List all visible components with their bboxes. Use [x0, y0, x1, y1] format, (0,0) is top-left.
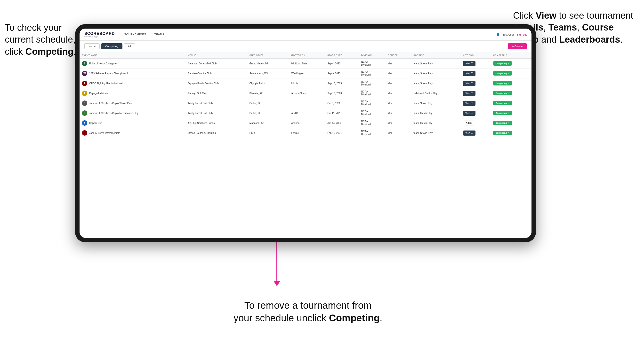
- user-name: Test User: [503, 33, 514, 36]
- edit-button[interactable]: ✎ Edit: [463, 121, 475, 125]
- competing-button[interactable]: Competing ✓: [493, 81, 512, 85]
- team-logo: W: [82, 71, 87, 76]
- filter-tabs: Home Competing All: [84, 43, 135, 49]
- event-name-cell: W 2023 Sahalee Players Championship: [80, 68, 186, 78]
- cell-venue: Papago Golf Club: [186, 88, 247, 98]
- cell-competing: Competing ✓: [491, 68, 532, 78]
- cell-scoring: team, Stroke Play: [411, 128, 460, 138]
- view-button[interactable]: View ⓘ: [463, 71, 476, 76]
- view-button[interactable]: View ⓘ: [463, 91, 476, 96]
- view-button[interactable]: View ⓘ: [463, 101, 476, 106]
- tab-competing[interactable]: Competing: [101, 43, 122, 49]
- cell-actions: View ⓘ: [461, 78, 491, 88]
- event-name-cell: S Folds of Honor Collegiate: [80, 59, 186, 68]
- cell-venue: American Dunes Golf Club: [186, 59, 247, 68]
- event-name: Jackson T. Stephens Cup – Stroke Play: [89, 102, 132, 105]
- event-name: Jackson T. Stephens Cup – Men's Match Pl…: [89, 112, 138, 115]
- event-name-cell: J Jackson T. Stephens Cup – Stroke Play: [80, 98, 186, 108]
- cell-division: NCAADivision I: [358, 118, 385, 128]
- view-button[interactable]: View ⓘ: [463, 111, 476, 116]
- view-button[interactable]: View ⓘ: [463, 131, 476, 136]
- event-name: Copper Cup: [89, 122, 102, 125]
- event-name: OFCC Fighting Illini Invitational: [89, 82, 122, 85]
- team-logo: J: [82, 101, 87, 106]
- event-name: Folds of Honor Collegiate: [89, 62, 117, 65]
- annotation-bottom: To remove a tournament from your schedul…: [199, 299, 417, 324]
- competing-button[interactable]: Competing ✓: [493, 101, 512, 105]
- sign-out-link[interactable]: Sign out: [517, 33, 527, 36]
- cell-actions: View ⓘ: [461, 68, 491, 78]
- team-logo: A: [82, 91, 87, 96]
- cell-gender: Men: [385, 118, 411, 128]
- logo-sub: Powered by clippit: [84, 36, 115, 37]
- competing-button[interactable]: Competing ✓: [493, 61, 512, 66]
- table-row: H John A. Burns Intercollegiate Ocean Co…: [80, 128, 532, 138]
- competing-button[interactable]: Competing ✓: [493, 121, 512, 125]
- team-logo: S: [82, 61, 87, 66]
- nav-right: 👤 Test User Sign out: [496, 33, 527, 36]
- competing-button[interactable]: Competing ✓: [493, 91, 512, 95]
- cell-start-date: Feb 15, 2024: [325, 128, 358, 138]
- user-icon: 👤: [496, 33, 500, 36]
- cell-venue: Sahalee Country Club: [186, 68, 247, 78]
- cell-hosted-by: Hawaii: [289, 128, 325, 138]
- cell-venue: Olympia Fields Country Club: [186, 78, 247, 88]
- col-competing: COMPETING: [491, 52, 532, 59]
- col-gender: GENDER: [385, 52, 411, 59]
- col-venue: VENUE: [186, 52, 247, 59]
- table-row: I OFCC Fighting Illini Invitational Olym…: [80, 78, 532, 88]
- cell-gender: Men: [385, 98, 411, 108]
- cell-venue: Trinity Forest Golf Club: [186, 98, 247, 108]
- tournaments-table: EVENT NAME VENUE CITY, STATE HOSTED BY S…: [80, 52, 532, 138]
- event-name-cell: J Jackson T. Stephens Cup – Men's Match …: [80, 108, 186, 118]
- competing-button[interactable]: Competing ✓: [493, 71, 512, 76]
- top-nav: SCOREBOARD Powered by clippit TOURNAMENT…: [80, 28, 532, 41]
- cell-city-state: Olympia Fields, IL: [247, 78, 289, 88]
- cell-start-date: Oct 11, 2023: [325, 108, 358, 118]
- cell-actions: View ⓘ: [461, 98, 491, 108]
- nav-links: TOURNAMENTS TEAMS: [121, 28, 168, 41]
- cell-venue: Ocean Course At Hokuala: [186, 128, 247, 138]
- nav-teams[interactable]: TEAMS: [150, 28, 168, 41]
- logo-main: SCOREBOARD: [84, 31, 115, 36]
- cell-actions: View ⓘ: [461, 108, 491, 118]
- event-name-cell: A Copper Cup: [80, 118, 186, 128]
- cell-hosted-by: Michigan State: [289, 59, 325, 68]
- tablet-frame: SCOREBOARD Powered by clippit TOURNAMENT…: [75, 24, 536, 242]
- team-logo: H: [82, 130, 87, 136]
- col-actions: ACTIONS: [461, 52, 491, 59]
- cell-hosted-by: Arizona: [289, 118, 325, 128]
- col-hosted-by: HOSTED BY: [289, 52, 325, 59]
- cell-competing: Competing ✓: [491, 98, 532, 108]
- cell-division: NCAADivision I: [358, 78, 385, 88]
- competing-button[interactable]: Competing ✓: [493, 111, 512, 115]
- view-button[interactable]: View ⓘ: [463, 81, 476, 86]
- cell-actions: ✎ Edit: [461, 118, 491, 128]
- cell-city-state: Phoenix, AZ: [247, 88, 289, 98]
- cell-hosted-by: ABAC: [289, 108, 325, 118]
- cell-division: NCAADivision I: [358, 88, 385, 98]
- nav-tournaments[interactable]: TOURNAMENTS: [121, 28, 150, 41]
- cell-city-state: Maricopa, AZ: [247, 118, 289, 128]
- cell-gender: Men: [385, 88, 411, 98]
- scoreboard-logo: SCOREBOARD Powered by clippit: [84, 31, 115, 37]
- cell-division: NCAADivision I: [358, 108, 385, 118]
- event-name-cell: A Papago Individual: [80, 88, 186, 98]
- competing-button[interactable]: Competing ✓: [493, 131, 512, 135]
- cell-scoring: team, Match Play: [411, 118, 460, 128]
- create-button[interactable]: + Create: [508, 43, 527, 49]
- tab-home[interactable]: Home: [84, 43, 100, 49]
- table-row: J Jackson T. Stephens Cup – Men's Match …: [80, 108, 532, 118]
- cell-division: NCAADivision I: [358, 98, 385, 108]
- tab-all[interactable]: All: [124, 43, 135, 49]
- view-button[interactable]: View ⓘ: [463, 61, 476, 66]
- event-name-cell: I OFCC Fighting Illini Invitational: [80, 78, 186, 88]
- cell-scoring: team, Stroke Play: [411, 68, 460, 78]
- col-event-name: EVENT NAME: [80, 52, 186, 59]
- col-start-date: START DATE: [325, 52, 358, 59]
- tournaments-table-container: EVENT NAME VENUE CITY, STATE HOSTED BY S…: [80, 52, 532, 238]
- cell-actions: View ⓘ: [461, 59, 491, 68]
- cell-scoring: team, Match Play: [411, 108, 460, 118]
- cell-start-date: Oct 9, 2023: [325, 98, 358, 108]
- cell-venue: Ak-Chin Southern Dunes: [186, 118, 247, 128]
